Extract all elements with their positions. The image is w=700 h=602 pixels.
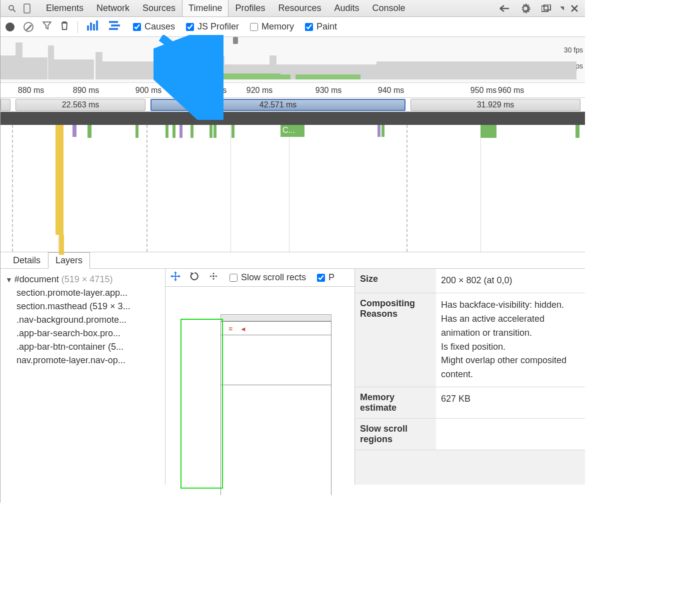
svg-rect-11	[109, 28, 118, 30]
record-button[interactable]	[6, 22, 14, 31]
ruler-tick: 890 ms	[73, 86, 99, 95]
ruler-tick: 930 ms	[316, 86, 342, 95]
flame-task[interactable]	[88, 125, 92, 138]
layer-preview-canvas[interactable]: ≡ ◂	[166, 287, 354, 485]
svg-rect-8	[96, 20, 98, 30]
layer-preview: Slow scroll rects P ≡ ◂	[166, 269, 355, 485]
prop-slowscroll-value	[436, 419, 585, 450]
flame-task[interactable]	[382, 125, 384, 137]
layer-tree-item[interactable]: section.masthead (519 × 3...	[6, 300, 160, 313]
layer-tree[interactable]: #document (519 × 4715) section.promote-l…	[0, 269, 166, 485]
prop-compositing-label: Compositing Reasons	[355, 293, 436, 387]
gear-icon[interactable]	[518, 1, 533, 16]
prop-slowscroll-label: Slow scroll regions	[355, 419, 436, 450]
fps-overview[interactable]: 30 fps 60 fps	[0, 37, 585, 83]
tab-timeline[interactable]: Timeline	[182, 0, 228, 16]
flame-task[interactable]	[210, 125, 212, 138]
layer-tree-item[interactable]: nav.promote-layer.nav-op...	[6, 354, 160, 367]
paint-checkbox[interactable]: Paint	[303, 21, 337, 32]
ruler-tick: 900 ms	[136, 86, 162, 95]
overview-bars	[0, 39, 565, 79]
layer-properties: Size 200 × 802 (at 0,0) Compositing Reas…	[355, 269, 585, 485]
svg-rect-2	[24, 4, 30, 13]
flame-chart-view-icon[interactable]	[87, 20, 100, 33]
tab-console[interactable]: Console	[366, 0, 412, 16]
time-ruler[interactable]: 880 ms 890 ms 900 ms ms 920 ms 930 ms 94…	[0, 83, 585, 98]
ruler-tick: 940 ms	[378, 86, 404, 95]
flame-task[interactable]	[190, 125, 194, 138]
tab-audits[interactable]: Audits	[328, 0, 366, 16]
svg-point-12	[212, 275, 214, 277]
flame-task[interactable]	[232, 125, 234, 138]
layer-tree-item[interactable]: .nav-background.promote...	[6, 313, 160, 327]
layers-panel: #document (519 × 4715) section.promote-l…	[0, 269, 585, 485]
svg-rect-6	[90, 22, 92, 30]
svg-line-1	[13, 9, 16, 12]
svg-rect-4	[544, 4, 550, 10]
clear-button[interactable]	[24, 22, 34, 32]
flame-task[interactable]	[136, 125, 138, 138]
frame-bar-selected[interactable]: 42.571 ms	[150, 99, 406, 111]
waterfall-view-icon[interactable]	[109, 21, 122, 32]
tab-elements[interactable]: Elements	[40, 0, 90, 16]
flame-task[interactable]	[172, 125, 176, 138]
search-icon[interactable]	[4, 1, 20, 16]
dropdown-caret-icon[interactable]	[560, 6, 564, 10]
device-icon[interactable]	[20, 1, 34, 16]
flame-task[interactable]	[180, 125, 182, 138]
tab-details[interactable]: Details	[6, 252, 48, 268]
prop-memory-label: Memory estimate	[355, 387, 436, 418]
prop-size-label: Size	[355, 269, 436, 293]
svg-rect-5	[87, 25, 89, 30]
ruler-tick: 880 ms	[18, 86, 44, 95]
devtools-tab-bar: Elements Network Sources Timeline Profil…	[0, 0, 585, 17]
flame-task[interactable]	[166, 125, 168, 138]
close-icon[interactable]	[570, 1, 579, 16]
frame-bar[interactable]: 22.563 ms	[16, 99, 146, 111]
svg-point-0	[9, 5, 14, 10]
layer-tree-root[interactable]: #document (519 × 4715)	[6, 273, 160, 286]
memory-checkbox[interactable]: Memory	[248, 21, 294, 32]
flame-task[interactable]	[480, 125, 496, 138]
flame-task-composite[interactable]: C...	[280, 125, 304, 137]
reset-transform-icon[interactable]	[208, 271, 218, 284]
layer-tree-item[interactable]: .app-bar-search-box.pro...	[6, 327, 160, 340]
tab-network[interactable]: Network	[90, 0, 136, 16]
show-drawer-icon[interactable]	[497, 1, 512, 16]
svg-rect-10	[111, 24, 120, 26]
tab-layers[interactable]: Layers	[48, 252, 90, 269]
flame-task[interactable]	[378, 125, 380, 137]
pan-icon[interactable]	[170, 271, 180, 284]
prop-memory-value: 627 KB	[436, 387, 585, 418]
flame-chart[interactable]: C...	[0, 112, 585, 252]
flame-task[interactable]	[576, 125, 580, 138]
layer-tree-item[interactable]: .app-bar-btn-container (5...	[6, 340, 160, 354]
causes-checkbox[interactable]: Causes	[131, 21, 175, 32]
page-body	[220, 335, 332, 385]
flame-task[interactable]	[59, 235, 64, 255]
tab-sources[interactable]: Sources	[136, 0, 182, 16]
page-toolbar	[220, 321, 332, 335]
slow-scroll-rects-checkbox[interactable]: Slow scroll rects	[228, 272, 306, 283]
filter-icon[interactable]	[42, 21, 52, 32]
tab-resources[interactable]: Resources	[272, 0, 328, 16]
ruler-tick: 960 ms	[498, 86, 524, 95]
trash-icon[interactable]	[60, 20, 68, 33]
flame-task[interactable]	[56, 125, 64, 235]
tab-profiles[interactable]: Profiles	[228, 0, 272, 16]
frame-bar[interactable]: 31.929 ms	[410, 99, 580, 111]
frames-track[interactable]: 22.563 ms 42.571 ms 31.929 ms	[0, 98, 585, 112]
dock-icon[interactable]	[539, 1, 554, 16]
flame-task[interactable]	[72, 125, 76, 137]
layer-tree-item[interactable]: section.promote-layer.app...	[6, 286, 160, 300]
paint-checkbox-preview[interactable]: P	[315, 272, 334, 283]
timeline-toolbar: Causes JS Profiler Memory Paint	[0, 17, 585, 37]
prop-size-value: 200 × 802 (at 0,0)	[436, 269, 585, 293]
selected-layer-outline	[180, 319, 223, 489]
svg-rect-9	[109, 21, 118, 23]
rotate-icon[interactable]	[190, 271, 200, 284]
frame-bar[interactable]	[0, 99, 10, 111]
js-profiler-checkbox[interactable]: JS Profiler	[184, 21, 239, 32]
flame-task[interactable]	[214, 125, 216, 138]
page-flag-icon: ◂	[242, 325, 245, 333]
